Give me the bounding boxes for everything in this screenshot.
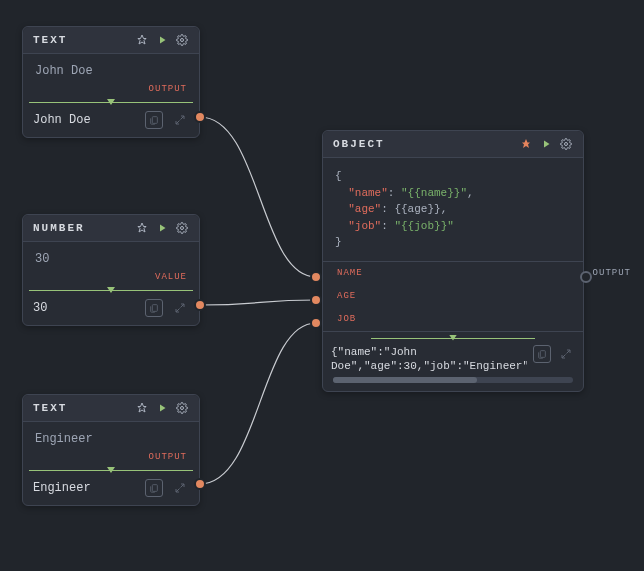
node-text-2[interactable]: TEXT Engineer OUTPUT Engineer bbox=[22, 394, 200, 506]
pin-icon[interactable] bbox=[135, 221, 149, 235]
node-input-value[interactable]: 30 bbox=[23, 242, 199, 270]
divider bbox=[29, 102, 193, 103]
run-icon[interactable] bbox=[155, 221, 169, 235]
object-result-value: {"name":"John Doe","age":30,"job":"Engin… bbox=[331, 345, 527, 374]
expand-icon[interactable] bbox=[171, 111, 189, 129]
pin-icon[interactable] bbox=[135, 33, 149, 47]
svg-rect-3 bbox=[152, 305, 157, 312]
gear-icon[interactable] bbox=[175, 221, 189, 235]
svg-rect-7 bbox=[540, 350, 545, 357]
expand-icon[interactable] bbox=[557, 345, 575, 363]
horizontal-scrollbar[interactable] bbox=[333, 377, 573, 383]
svg-point-2 bbox=[181, 227, 184, 230]
node-text-1[interactable]: TEXT John Doe OUTPUT John Doe bbox=[22, 26, 200, 138]
node-result-value: John Doe bbox=[33, 113, 137, 127]
svg-point-4 bbox=[181, 407, 184, 410]
output-port-label: OUTPUT bbox=[593, 268, 631, 278]
input-port-label-name: NAME bbox=[337, 268, 363, 278]
divider bbox=[29, 290, 193, 291]
node-input-value[interactable]: John Doe bbox=[23, 54, 199, 82]
clipboard-icon[interactable] bbox=[145, 299, 163, 317]
gear-icon[interactable] bbox=[559, 137, 573, 151]
input-port-job[interactable] bbox=[310, 317, 322, 329]
input-port-label-job: JOB bbox=[337, 314, 356, 324]
output-port[interactable] bbox=[194, 299, 206, 311]
pin-icon[interactable] bbox=[135, 401, 149, 415]
output-port[interactable] bbox=[580, 271, 592, 283]
svg-rect-1 bbox=[152, 117, 157, 124]
expand-icon[interactable] bbox=[171, 479, 189, 497]
run-icon[interactable] bbox=[539, 137, 553, 151]
svg-point-0 bbox=[181, 39, 184, 42]
clipboard-icon[interactable] bbox=[533, 345, 551, 363]
input-port-label-age: AGE bbox=[337, 291, 356, 301]
node-title: TEXT bbox=[33, 402, 129, 414]
divider bbox=[371, 338, 535, 339]
svg-point-6 bbox=[565, 143, 568, 146]
svg-rect-5 bbox=[152, 485, 157, 492]
gear-icon[interactable] bbox=[175, 33, 189, 47]
clipboard-icon[interactable] bbox=[145, 479, 163, 497]
divider bbox=[29, 470, 193, 471]
node-header[interactable]: TEXT bbox=[23, 395, 199, 422]
object-result-panel: {"name":"John Doe","age":30,"job":"Engin… bbox=[323, 331, 583, 392]
output-port[interactable] bbox=[194, 478, 206, 490]
run-icon[interactable] bbox=[155, 33, 169, 47]
node-input-value[interactable]: Engineer bbox=[23, 422, 199, 450]
node-object[interactable]: OBJECT { "name": "{{name}}", "age": {{ag… bbox=[322, 130, 584, 392]
node-title: OBJECT bbox=[333, 138, 513, 150]
node-result-value: 30 bbox=[33, 301, 137, 315]
object-template-editor[interactable]: { "name": "{{name}}", "age": {{age}}, "j… bbox=[323, 158, 583, 261]
node-title: NUMBER bbox=[33, 222, 129, 234]
node-header[interactable]: NUMBER bbox=[23, 215, 199, 242]
output-port[interactable] bbox=[194, 111, 206, 123]
node-header[interactable]: TEXT bbox=[23, 27, 199, 54]
node-result-value: Engineer bbox=[33, 481, 137, 495]
node-title: TEXT bbox=[33, 34, 129, 46]
gear-icon[interactable] bbox=[175, 401, 189, 415]
input-port-name[interactable] bbox=[310, 271, 322, 283]
input-port-age[interactable] bbox=[310, 294, 322, 306]
node-header[interactable]: OBJECT bbox=[323, 131, 583, 158]
pin-icon[interactable] bbox=[519, 137, 533, 151]
node-number[interactable]: NUMBER 30 VALUE 30 bbox=[22, 214, 200, 326]
expand-icon[interactable] bbox=[171, 299, 189, 317]
run-icon[interactable] bbox=[155, 401, 169, 415]
clipboard-icon[interactable] bbox=[145, 111, 163, 129]
